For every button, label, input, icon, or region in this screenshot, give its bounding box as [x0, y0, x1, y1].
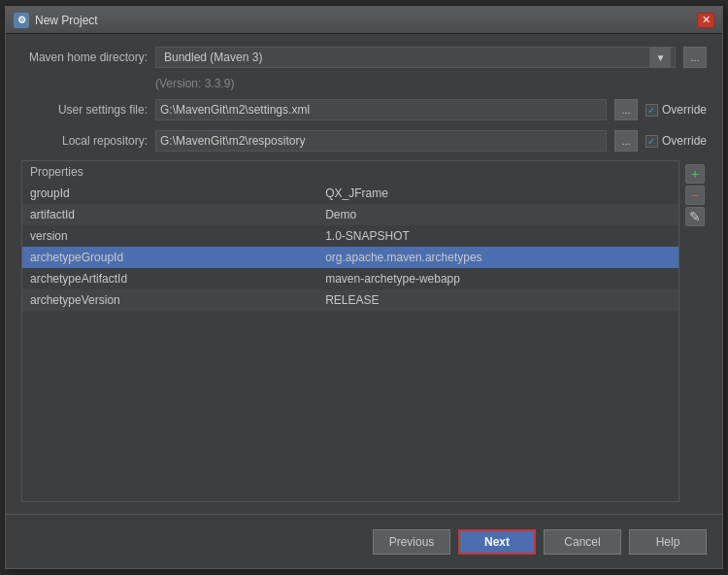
table-row[interactable]: version1.0-SNAPSHOT [22, 225, 678, 247]
prop-key: archetypeGroupId [22, 247, 317, 268]
prop-key: archetypeVersion [22, 289, 317, 311]
table-row[interactable]: archetypeGroupIdorg.apache.maven.archety… [22, 247, 678, 268]
edit-property-btn[interactable]: ✎ [685, 207, 705, 226]
user-settings-override-label: Override [662, 103, 707, 117]
dialog-icon: ⚙ [14, 13, 29, 28]
local-repo-row: Local repository: ... ✓ Override [21, 129, 707, 152]
new-project-dialog: ⚙ New Project ✕ Maven home directory: Bu… [5, 6, 723, 569]
local-repo-input[interactable] [155, 130, 607, 152]
user-settings-override-row: ✓ Override [645, 103, 707, 117]
previous-button[interactable]: Previous [373, 529, 450, 555]
properties-section: Properties groupIdQX_JFrameartifactIdDem… [21, 160, 679, 502]
table-row[interactable]: groupIdQX_JFrame [22, 183, 678, 204]
maven-home-row: Maven home directory: Bundled (Maven 3) … [21, 46, 707, 69]
prop-value: 1.0-SNAPSHOT [317, 225, 678, 247]
prop-key: groupId [22, 183, 317, 204]
title-bar-left: ⚙ New Project [14, 13, 98, 28]
help-button[interactable]: Help [629, 529, 707, 555]
prop-value: QX_JFrame [317, 183, 678, 204]
maven-version-text: (Version: 3.3.9) [155, 77, 707, 90]
table-row[interactable]: archetypeArtifactIdmaven-archetype-webap… [22, 268, 678, 289]
add-property-btn[interactable]: + [685, 164, 705, 184]
maven-home-label: Maven home directory: [21, 51, 148, 64]
maven-home-dropdown[interactable]: Bundled (Maven 3) ▼ [155, 47, 676, 68]
local-repo-override-checkbox[interactable]: ✓ [645, 135, 658, 148]
user-settings-browse-btn[interactable]: ... [614, 99, 638, 120]
cancel-button[interactable]: Cancel [544, 529, 621, 555]
props-actions: + − ✎ [683, 160, 707, 502]
prop-value: maven-archetype-webapp [317, 268, 678, 289]
table-row[interactable]: artifactIdDemo [22, 204, 678, 225]
prop-value: Demo [317, 204, 678, 225]
local-repo-override-row: ✓ Override [645, 134, 707, 148]
close-button[interactable]: ✕ [697, 13, 714, 28]
properties-wrapper: Properties groupIdQX_JFrameartifactIdDem… [21, 160, 707, 502]
remove-property-btn[interactable]: − [685, 186, 705, 205]
next-button[interactable]: Next [458, 529, 536, 555]
maven-home-value: Bundled (Maven 3) [160, 51, 649, 64]
prop-value: RELEASE [317, 289, 678, 311]
user-settings-label: User settings file: [21, 103, 148, 117]
user-settings-override-checkbox[interactable]: ✓ [645, 104, 658, 117]
table-row[interactable]: archetypeVersionRELEASE [22, 289, 678, 311]
prop-value: org.apache.maven.archetypes [317, 247, 678, 268]
dialog-footer: Previous Next Cancel Help [6, 514, 722, 568]
user-settings-input[interactable] [155, 99, 607, 120]
title-bar: ⚙ New Project ✕ [6, 7, 722, 34]
local-repo-override-label: Override [662, 134, 707, 148]
user-settings-row: User settings file: ... ✓ Override [21, 98, 707, 121]
prop-key: archetypeArtifactId [22, 268, 317, 289]
local-repo-label: Local repository: [21, 134, 148, 148]
dialog-body: Maven home directory: Bundled (Maven 3) … [6, 34, 722, 514]
maven-home-browse-btn[interactable]: ... [683, 47, 707, 68]
local-repo-browse-btn[interactable]: ... [614, 130, 638, 152]
properties-header: Properties [22, 161, 678, 183]
prop-key: version [22, 225, 317, 247]
maven-home-dropdown-arrow[interactable]: ▼ [649, 47, 671, 68]
properties-table: groupIdQX_JFrameartifactIdDemoversion1.0… [22, 183, 678, 501]
prop-key: artifactId [22, 204, 317, 225]
dialog-title: New Project [35, 14, 98, 27]
